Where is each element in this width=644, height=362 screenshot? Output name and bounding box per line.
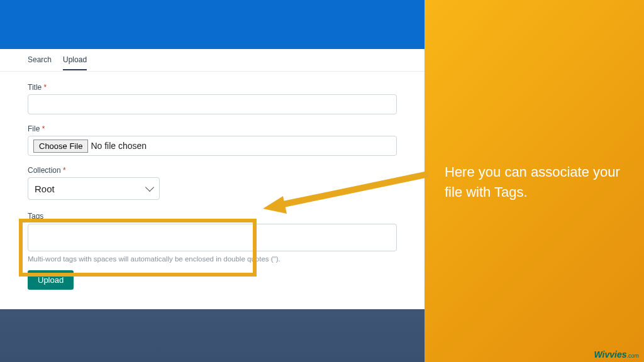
tab-bar: Search Upload [0,49,425,72]
form-area: Title * File * Choose File No file chose… [0,72,425,290]
tags-label: Tags [28,212,43,221]
chevron-down-icon [145,183,154,192]
required-star: * [42,124,45,133]
brand-domain: .com [626,353,639,359]
upload-form-panel: Search Upload Title * File * Choose File… [0,49,425,309]
collection-value: Root [35,184,55,194]
tags-field-group: Tags Multi-word tags with spaces will au… [28,210,397,263]
collection-field-group: Collection * Root [28,166,397,200]
file-input[interactable]: Choose File No file chosen [28,136,397,156]
file-label-text: File [28,124,40,133]
tab-upload[interactable]: Upload [63,55,87,70]
collection-select[interactable]: Root [28,177,160,200]
title-label: Title * [28,83,397,92]
annotation-text: Here you can associate your file with Ta… [445,162,625,202]
collection-label: Collection * [28,166,397,175]
file-label: File * [28,124,397,133]
collection-label-text: Collection [28,166,61,175]
title-input[interactable] [28,94,397,114]
tab-search[interactable]: Search [28,55,52,69]
brand-logo: Wivvies.com [594,349,639,359]
file-field-group: File * Choose File No file chosen [28,124,397,156]
required-star: * [44,83,47,92]
choose-file-button[interactable]: Choose File [33,140,88,153]
no-file-text: No file chosen [91,141,147,151]
required-star: * [63,166,66,175]
tags-hint: Multi-word tags with spaces will automat… [28,255,397,263]
title-field-group: Title * [28,83,397,114]
title-label-text: Title [28,83,42,92]
app-header [0,0,425,49]
annotation-sidebar: Here you can associate your file with Ta… [425,0,644,362]
upload-button[interactable]: Upload [28,270,74,290]
brand-name: Wivvies [594,349,626,359]
tags-input[interactable] [28,224,397,251]
